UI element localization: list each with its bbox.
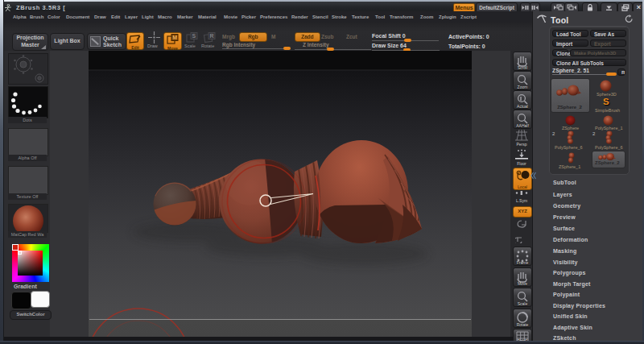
svg-text:Persp: Persp xyxy=(516,142,526,147)
svg-text:S: S xyxy=(192,33,196,39)
svg-text:L.Sym: L.Sym xyxy=(516,198,527,203)
svg-text:M: M xyxy=(172,35,177,40)
svg-text:R: R xyxy=(210,33,214,39)
svg-text:Floor: Floor xyxy=(517,161,526,166)
